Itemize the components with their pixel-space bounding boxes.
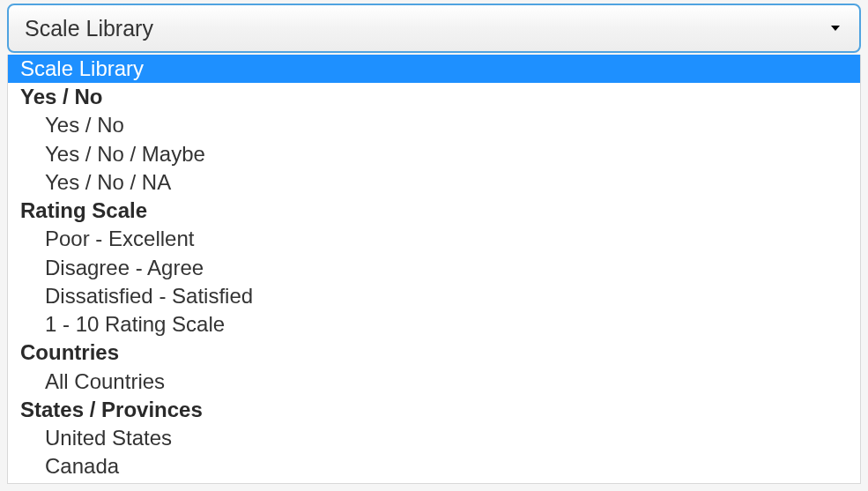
option-scale-library[interactable]: Scale Library — [8, 55, 860, 83]
option-yes-no[interactable]: Yes / No — [8, 111, 860, 139]
select-value: Scale Library — [25, 16, 153, 41]
option-dissatisfied-satisfied[interactable]: Dissatisfied - Satisfied — [8, 282, 860, 310]
option-disagree-agree[interactable]: Disagree - Agree — [8, 254, 860, 282]
option-yes-no-maybe[interactable]: Yes / No / Maybe — [8, 140, 860, 168]
scale-library-dropdown: Scale Library Yes / No Yes / No Yes / No… — [7, 55, 861, 484]
option-1-10-rating[interactable]: 1 - 10 Rating Scale — [8, 310, 860, 338]
group-states-provinces: States / Provinces — [8, 396, 860, 424]
option-all-countries[interactable]: All Countries — [8, 368, 860, 396]
option-yes-no-na[interactable]: Yes / No / NA — [8, 168, 860, 197]
group-rating-scale: Rating Scale — [8, 197, 860, 225]
option-poor-excellent[interactable]: Poor - Excellent — [8, 225, 860, 253]
option-canada[interactable]: Canada — [8, 452, 860, 480]
chevron-down-icon — [831, 26, 840, 31]
scale-library-select[interactable]: Scale Library — [7, 4, 861, 53]
group-countries: Countries — [8, 338, 860, 367]
group-yes-no: Yes / No — [8, 83, 860, 111]
option-united-states[interactable]: United States — [8, 424, 860, 452]
